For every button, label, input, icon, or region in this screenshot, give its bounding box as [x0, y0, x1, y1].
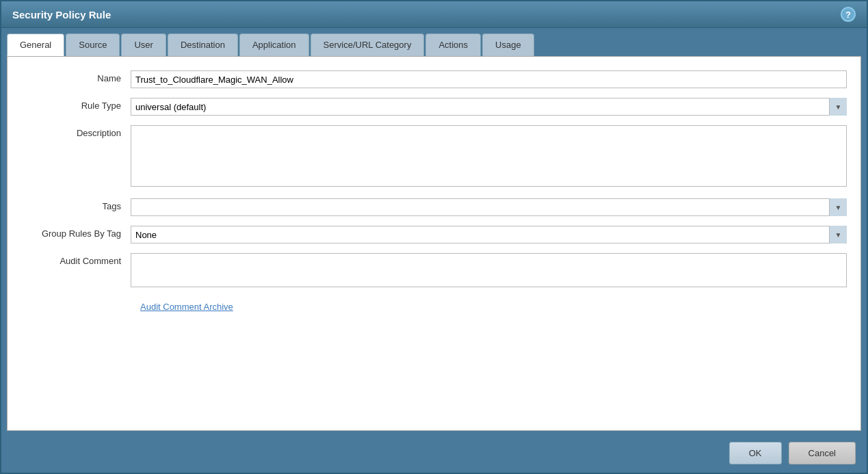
tab-service-url-category[interactable]: Service/URL Category [311, 34, 425, 56]
group-rules-select[interactable]: None [131, 226, 847, 243]
rule-type-select[interactable]: universal (default) intrazone interzone [131, 98, 847, 116]
audit-comment-label: Audit Comment [21, 253, 131, 266]
tags-dropdown-arrow[interactable] [829, 198, 847, 216]
description-label: Description [21, 125, 131, 138]
tags-label: Tags [21, 198, 131, 211]
rule-type-control: universal (default) intrazone interzone [131, 98, 847, 116]
audit-comment-row: Audit Comment [21, 253, 847, 289]
tab-application[interactable]: Application [239, 34, 309, 56]
title-bar: Security Policy Rule ? [1, 1, 867, 28]
audit-comment-textarea[interactable] [131, 253, 847, 287]
audit-comment-archive-link[interactable]: Audit Comment Archive [140, 302, 233, 312]
description-row: Description [21, 125, 847, 189]
tab-user[interactable]: User [121, 34, 166, 56]
tab-actions[interactable]: Actions [425, 34, 481, 56]
ok-button[interactable]: OK [729, 442, 782, 464]
name-row: Name [21, 70, 847, 88]
tab-general[interactable]: General [7, 34, 64, 56]
audit-comment-control [131, 253, 847, 289]
description-textarea[interactable] [131, 125, 847, 187]
dialog-title: Security Policy Rule [12, 9, 111, 21]
security-policy-dialog: Security Policy Rule ? General Source Us… [0, 0, 868, 474]
rule-type-row: Rule Type universal (default) intrazone … [21, 98, 847, 116]
tab-source[interactable]: Source [66, 34, 120, 56]
tags-row: Tags [21, 198, 847, 216]
name-label: Name [21, 70, 131, 83]
cancel-button[interactable]: Cancel [789, 442, 856, 464]
rule-type-select-wrapper: universal (default) intrazone interzone [131, 98, 847, 116]
group-rules-control: None [131, 226, 847, 243]
content-area: Name Rule Type universal (default) intra… [7, 56, 861, 431]
description-control [131, 125, 847, 189]
tab-usage[interactable]: Usage [482, 34, 534, 56]
tags-wrapper [131, 198, 847, 216]
footer: OK Cancel [1, 436, 867, 473]
group-rules-row: Group Rules By Tag None [21, 226, 847, 243]
tab-destination[interactable]: Destination [168, 34, 238, 56]
rule-type-label: Rule Type [21, 98, 131, 111]
tabs-bar: General Source User Destination Applicat… [1, 28, 867, 56]
tags-input[interactable] [131, 198, 847, 216]
name-input[interactable] [131, 70, 847, 88]
name-control [131, 70, 847, 88]
tags-control [131, 198, 847, 216]
group-rules-select-wrapper: None [131, 226, 847, 243]
group-rules-label: Group Rules By Tag [21, 226, 131, 239]
help-icon[interactable]: ? [841, 7, 856, 22]
